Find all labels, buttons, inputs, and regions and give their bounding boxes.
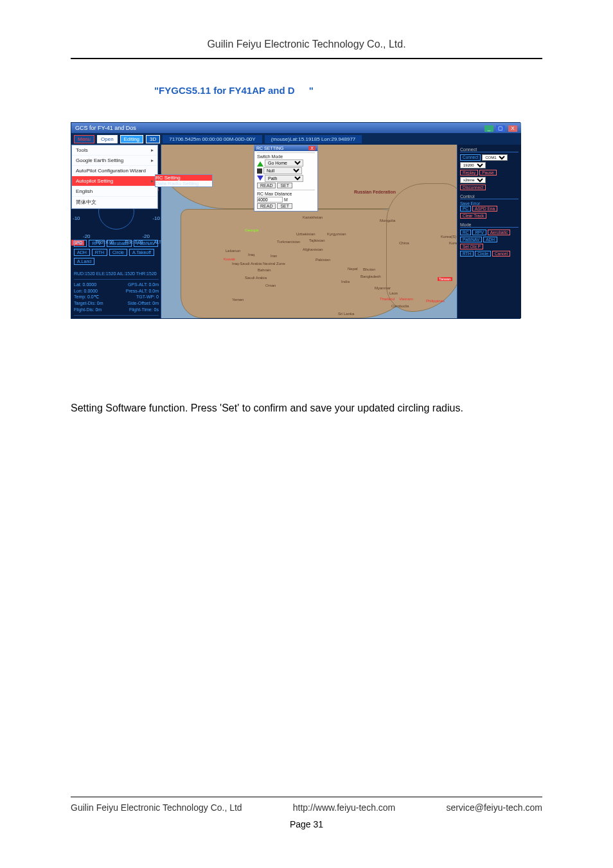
map-uzb: Uzbekistan [296,232,315,236]
menu-wizard[interactable]: AutoPilot Configuration Wizard [72,166,157,176]
menu-submenu[interactable]: RC Setting Data Radio Setting [155,174,213,187]
map-saudi: Saudi Arabia [245,276,267,280]
mode-pathnav[interactable]: PathNAV [460,237,482,242]
switch1-select[interactable]: Go Home [265,159,303,167]
map-india: India [341,280,350,284]
set-button-1[interactable]: SET [277,183,292,188]
map-srilanka: Sri Lanka [338,312,354,316]
rc-setting-dialog[interactable]: RC SETTINGX Switch Mode Go Home Null Pat… [254,145,318,212]
side-value: Side-Offset: 0m [127,300,159,307]
map-kuwait: Kuwait [224,257,235,261]
mode-circle[interactable]: Circle [475,251,491,257]
rc-setting-close[interactable]: X [308,146,315,150]
channel-readout: RUD:1520 ELE:1520 AIL:1520 THR:1520 [74,271,159,277]
status-mouse: (mouse)Lat:15.19185 Lon:29.948977 [265,135,362,143]
pause-button[interactable]: Pause [479,170,496,176]
editing-button[interactable]: Editing [120,135,143,143]
telemetry-block: RUD:1520 ELE:1520 AIL:1520 THR:1520 Lat:… [74,271,159,318]
maximize-icon[interactable]: ▢ [496,125,505,132]
map-bangla: Bangladesh [360,275,381,278]
square-icon [257,168,262,174]
gauge-tick-bl: -20 [83,233,91,239]
header-rule [71,58,542,59]
product-title-closing-quote: " [309,85,314,96]
menu-chinese[interactable]: 简体中文 [72,197,157,208]
btn-adh[interactable]: ADH [74,249,90,256]
temp-value: Temp: 0.0℃ [74,294,99,300]
connect-button[interactable]: Connect [460,154,481,161]
btn-pathnav[interactable]: PathNAV [134,240,158,247]
map-afgh: Afghanistan [303,248,323,251]
gauge-tick-br: -20 [142,233,150,239]
map-vietnam: Vietnam [399,297,413,301]
open-button[interactable]: Open [97,135,118,143]
map-nepal: Nepal [348,267,358,271]
btn-rpv[interactable]: RPV [89,240,104,247]
map-area[interactable]: Russian Federation Kazakhstan Mongolia C… [161,145,457,318]
flighttime-value: Flight-Time: 0s [129,307,159,313]
current-value: Current: 0.0A [132,318,159,318]
menu-dropdown[interactable]: Tools Google Earth Setting AutoPilot Con… [71,145,158,209]
map-kaz: Kazakhstan [303,215,323,219]
menu-autopilot-setting[interactable]: Autopilot Setting [72,176,157,186]
mode-rth[interactable]: RTH [460,251,474,257]
btn-atakeoff[interactable]: A.Takeoff [129,249,154,256]
switch-mode-label: Switch Mode [257,152,315,159]
btn-aerobatic[interactable]: Aerobatic [107,240,132,247]
pc-button[interactable]: PC [460,206,471,212]
menu-button[interactable]: Menu [74,135,94,143]
minimize-icon[interactable]: _ [484,125,493,132]
switch2-select[interactable]: Null [263,167,302,174]
menu-tools[interactable]: Tools [72,145,157,156]
connect-panel-title: Connect [460,147,519,152]
window-buttons[interactable]: _ ▢ X [483,125,517,132]
page-number: Page 31 [71,819,542,829]
map-china: China [399,241,409,245]
map-oman: Oman [265,284,276,287]
flightdis-value: Flight-Dis: 0m [74,307,102,313]
btn-aland[interactable]: A.Land [74,258,94,265]
menu-google-earth[interactable]: Google Earth Setting [72,156,157,166]
btn-circle[interactable]: Circle [109,249,127,256]
gauge-tick-right: -10 [152,215,160,221]
rc-max-dist-input[interactable] [257,197,283,203]
mode-adh[interactable]: ADH [483,237,497,242]
baud-select[interactable]: 19200 [460,162,486,168]
submenu-rc-setting[interactable]: RC Setting [155,175,212,181]
mode-aerobatic[interactable]: Aerobatic [488,230,510,235]
btn-rth[interactable]: RTH [92,249,107,256]
mode-cancel[interactable]: Cancel [492,251,510,257]
speed-select[interactable]: x2time [460,177,486,183]
clear-track-button[interactable]: Clear Track [460,213,486,219]
window-title: GCS for FY-41 and Dos [75,125,136,131]
map-taj: Tajikistan [309,239,325,242]
set-button-2[interactable]: SET [277,203,292,209]
close-icon[interactable]: X [508,125,517,132]
menu-english[interactable]: English [72,186,157,197]
read-button-2[interactable]: READ [257,203,276,209]
btn-rc[interactable]: RC [74,240,87,247]
tgtdis-value: Target-Dis: 0m [74,300,103,307]
mode-setobjp[interactable]: Set Obj P [460,244,483,249]
map-georgia: Georgia [245,228,258,232]
save-error-label: Save Error [460,201,519,206]
instruction-text: Setting Software function. Press 'Set' t… [71,402,542,414]
3d-button[interactable]: 3D [146,135,160,143]
gpsalt-value: GPS-ALT: 0.0m [128,282,159,288]
right-panel: Connect Connect COM1 19200 Replay Pause … [457,145,521,318]
mode-rpv[interactable]: RPV [472,230,486,235]
replay-button[interactable]: Replay [460,170,478,176]
map-bhutan: Bhutan [363,267,375,271]
mode-rc[interactable]: RC [460,230,471,235]
com-select[interactable]: COM1 [482,154,508,161]
disconnect-button[interactable]: Disconnect [460,185,486,190]
switch3-select[interactable]: Path [265,175,303,182]
window-titlebar: GCS for FY-41 and Dos _ ▢ X [71,123,521,133]
submenu-data-radio[interactable]: Data Radio Setting [155,181,212,186]
page-footer: Guilin Feiyu Electronic Technology Co., … [71,797,542,829]
map-russia: Russian Federation [354,190,396,194]
rc-max-unit: M [284,197,288,202]
read-button-1[interactable]: READ [257,183,276,188]
left-panel: Tools Google Earth Setting AutoPilot Con… [71,145,161,318]
aspd-ena-button[interactable]: ASPD Ena [472,206,497,212]
